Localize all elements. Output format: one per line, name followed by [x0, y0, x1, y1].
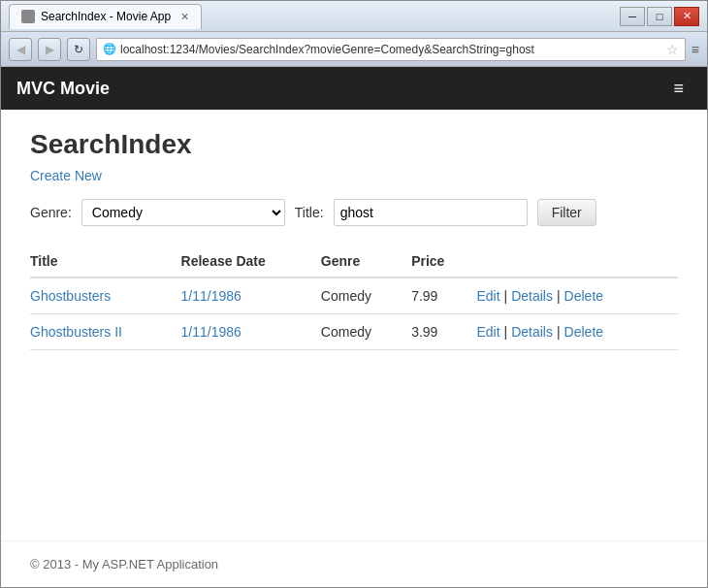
- address-input-wrap[interactable]: 🌐 localhost:1234/Movies/SearchIndex?movi…: [96, 38, 686, 61]
- table-row: Ghostbusters II1/11/1986Comedy3.99Edit |…: [30, 314, 678, 350]
- bookmark-icon[interactable]: ☆: [666, 42, 679, 57]
- cell-actions: Edit | Details | Delete: [476, 314, 678, 350]
- release-date-link[interactable]: 1/11/1986: [181, 324, 241, 340]
- cell-title: Ghostbusters: [30, 278, 181, 314]
- title-label: Title:: [295, 205, 324, 220]
- filter-button[interactable]: Filter: [537, 199, 596, 226]
- address-bar: ◀ ▶ ↻ 🌐 localhost:1234/Movies/SearchInde…: [1, 32, 707, 67]
- col-title: Title: [30, 245, 181, 278]
- col-release-date: Release Date: [181, 245, 321, 278]
- cell-title: Ghostbusters II: [30, 314, 181, 350]
- browser-menu-icon[interactable]: ≡: [692, 42, 699, 57]
- cell-release-date: 1/11/1986: [181, 314, 321, 350]
- action-delete-link[interactable]: Delete: [564, 324, 603, 340]
- col-price: Price: [411, 245, 476, 278]
- action-separator: |: [504, 324, 508, 340]
- action-separator: |: [557, 288, 561, 304]
- table-header-row: Title Release Date Genre Price: [30, 245, 678, 278]
- minimize-button[interactable]: ─: [620, 7, 645, 26]
- maximize-button[interactable]: □: [647, 7, 672, 26]
- action-details-link[interactable]: Details: [511, 324, 553, 340]
- action-links: Edit | Details | Delete: [476, 288, 666, 304]
- action-separator: |: [504, 288, 508, 304]
- action-links: Edit | Details | Delete: [476, 324, 666, 340]
- navbar-toggle-button[interactable]: ≡: [665, 75, 692, 103]
- table-header: Title Release Date Genre Price: [30, 245, 678, 278]
- forward-button[interactable]: ▶: [38, 38, 61, 61]
- address-url: localhost:1234/Movies/SearchIndex?movieG…: [120, 43, 662, 56]
- cell-genre: Comedy: [321, 278, 411, 314]
- movie-title-link[interactable]: Ghostbusters II: [30, 324, 122, 340]
- app-content: MVC Movie ≡ SearchIndex Create New Genre…: [1, 67, 707, 587]
- main-content: SearchIndex Create New Genre: Comedy Dra…: [1, 110, 707, 540]
- navbar-brand: MVC Movie: [16, 79, 665, 99]
- cell-price: 7.99: [411, 278, 476, 314]
- back-button[interactable]: ◀: [9, 38, 32, 61]
- tab-close-btn[interactable]: ✕: [180, 11, 189, 23]
- table-body: Ghostbusters1/11/1986Comedy7.99Edit | De…: [30, 278, 678, 350]
- close-button[interactable]: ✕: [674, 7, 699, 26]
- title-input[interactable]: [334, 199, 528, 226]
- tab-favicon: [21, 10, 35, 23]
- action-details-link[interactable]: Details: [511, 288, 553, 304]
- filter-form: Genre: Comedy Drama Action Horror Sci-Fi…: [30, 199, 678, 226]
- navbar: MVC Movie ≡: [1, 67, 707, 110]
- action-separator: |: [557, 324, 561, 340]
- title-bar: SearchIndex - Movie App ✕ ─ □ ✕: [1, 1, 707, 32]
- page-title: SearchIndex: [30, 129, 678, 160]
- browser-window: SearchIndex - Movie App ✕ ─ □ ✕ ◀ ▶ ↻ 🌐 …: [0, 0, 708, 588]
- genre-label: Genre:: [30, 205, 72, 220]
- cell-genre: Comedy: [321, 314, 411, 350]
- action-edit-link[interactable]: Edit: [476, 288, 499, 304]
- browser-tab[interactable]: SearchIndex - Movie App ✕: [9, 4, 202, 29]
- release-date-link[interactable]: 1/11/1986: [181, 288, 241, 304]
- cell-actions: Edit | Details | Delete: [476, 278, 678, 314]
- action-edit-link[interactable]: Edit: [476, 324, 499, 340]
- window-controls: ─ □ ✕: [620, 7, 699, 26]
- col-genre: Genre: [321, 245, 411, 278]
- tab-title: SearchIndex - Movie App: [41, 10, 171, 23]
- movies-table: Title Release Date Genre Price Ghostbust…: [30, 245, 678, 350]
- movie-title-link[interactable]: Ghostbusters: [30, 288, 111, 304]
- address-lock-icon: 🌐: [103, 43, 116, 55]
- action-delete-link[interactable]: Delete: [564, 288, 603, 304]
- col-actions: [476, 245, 678, 278]
- cell-release-date: 1/11/1986: [181, 278, 321, 314]
- cell-price: 3.99: [411, 314, 476, 350]
- create-new-link[interactable]: Create New: [30, 168, 678, 183]
- footer: © 2013 - My ASP.NET Application: [1, 540, 707, 587]
- refresh-button[interactable]: ↻: [67, 38, 90, 61]
- table-row: Ghostbusters1/11/1986Comedy7.99Edit | De…: [30, 278, 678, 314]
- genre-select[interactable]: Comedy Drama Action Horror Sci-Fi: [81, 199, 285, 226]
- footer-text: © 2013 - My ASP.NET Application: [30, 557, 218, 572]
